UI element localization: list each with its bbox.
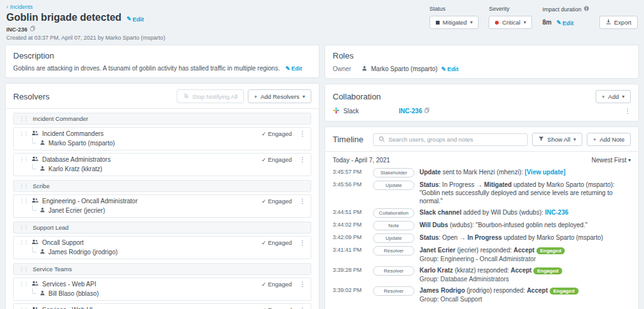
severity-dropdown[interactable]: Critical ▾ bbox=[489, 16, 532, 29]
engaged-label: Engaged bbox=[268, 198, 292, 205]
timeline-search-input[interactable] bbox=[389, 136, 523, 143]
export-button[interactable]: Export bbox=[599, 16, 638, 29]
resolver-kebab-menu[interactable]: ⋮ bbox=[299, 131, 306, 137]
resolver-team-card: ⋮⋮Engineering - Oncall Administrator✓ En… bbox=[13, 194, 311, 218]
description-body: Goblins are attacking in droves. A tsuna… bbox=[13, 65, 280, 72]
resolvers-title: Resolvers bbox=[13, 92, 50, 101]
timeline-text-segment: (jecrier) responded: bbox=[455, 247, 513, 254]
timeline-text-segment: Will Dubs bbox=[419, 222, 448, 228]
resolver-team-name: Database Administrators bbox=[42, 156, 111, 163]
engaged-label: Engaged bbox=[268, 156, 292, 163]
timeline-sort-control[interactable]: Newest First ▾ bbox=[591, 157, 631, 164]
copy-incident-id-icon[interactable] bbox=[30, 26, 35, 33]
pencil-icon: ✎ bbox=[557, 20, 562, 26]
engaged-label: Engaged bbox=[268, 239, 292, 246]
left-column: Description Goblins are attacking in dro… bbox=[5, 45, 319, 309]
collaboration-kebab-menu[interactable]: ⋮ bbox=[625, 108, 631, 115]
download-icon bbox=[606, 19, 611, 26]
resolver-member-row: Bill Blaso (bblaso) bbox=[32, 290, 306, 297]
timeline-type-badge: Resolver bbox=[373, 266, 414, 276]
resolver-kebab-menu[interactable]: ⋮ bbox=[299, 281, 306, 288]
edit-description-button[interactable]: ✎Edit bbox=[286, 65, 303, 72]
chevron-down-icon: ▾ bbox=[574, 137, 576, 142]
filter-funnel-icon bbox=[538, 136, 544, 143]
person-icon bbox=[40, 249, 45, 256]
drag-handle-icon[interactable]: ⋮⋮ bbox=[19, 183, 28, 189]
timeline-filter-label: Show All bbox=[547, 136, 570, 143]
slack-channel-link[interactable]: INC-236 bbox=[399, 108, 422, 115]
timeline-entry: 3:44:02 PMNoteWill Dubs (wdubs): "Bourbo… bbox=[333, 221, 631, 230]
resolver-member-row: Marko Sparto (msparto) bbox=[32, 140, 306, 147]
engaged-status: ✓ Engaged bbox=[262, 281, 292, 288]
timeline-text-segment: Janet Ecrier bbox=[419, 247, 455, 254]
engaged-label: Engaged bbox=[268, 281, 292, 288]
mitigated-status-icon bbox=[436, 21, 440, 25]
timeline-entry-text: Will Dubs (wdubs): "Bourbon-infused gobl… bbox=[419, 221, 631, 229]
team-icon bbox=[31, 156, 38, 163]
breadcrumb-label: Incidents bbox=[10, 4, 33, 10]
team-icon bbox=[31, 198, 38, 205]
resolver-team-card: ⋮⋮Oncall Support✓ Engaged⋮James Rodrigo … bbox=[13, 236, 311, 259]
timeline-filter-button[interactable]: Show All ▾ bbox=[532, 133, 582, 146]
status-dropdown[interactable]: Mitigated ▾ bbox=[430, 16, 479, 29]
roles-title: Roles bbox=[333, 51, 631, 60]
pencil-icon: ✎ bbox=[126, 16, 131, 22]
drag-handle-icon[interactable]: ⋮⋮ bbox=[19, 240, 28, 245]
timeline-entry: 3:42:09 PMUpdateStatus: Open → In Progre… bbox=[333, 233, 631, 243]
edit-owner-button[interactable]: ✎Edit bbox=[441, 65, 459, 72]
add-resolvers-button[interactable]: + Add Resolvers ▾ bbox=[248, 89, 311, 103]
timeline-link[interactable]: INC-236 bbox=[545, 209, 569, 216]
chevron-down-icon: ▾ bbox=[523, 20, 526, 25]
resolver-kebab-menu[interactable]: ⋮ bbox=[299, 198, 306, 205]
drag-handle-icon[interactable]: ⋮⋮ bbox=[19, 116, 28, 121]
edit-title-button[interactable]: ✎Edit bbox=[126, 16, 144, 23]
timeline-entry-text: Status: Open → In Progress updated by Ma… bbox=[419, 233, 631, 242]
resolver-member-name: Karlo Kratz (kkratz) bbox=[48, 166, 103, 172]
resolver-team-card: ⋮⋮Incident Commanders✓ Engaged⋮Marko Spa… bbox=[13, 127, 311, 150]
stop-notifying-all-button[interactable]: Stop Notifying All bbox=[177, 89, 244, 103]
edit-owner-label: Edit bbox=[447, 65, 458, 72]
resolver-kebab-menu[interactable]: ⋮ bbox=[299, 157, 306, 163]
timeline-link[interactable]: [View update] bbox=[525, 169, 565, 176]
tree-connector bbox=[32, 164, 36, 169]
timeline-text-segment: Mitigated bbox=[484, 181, 512, 188]
drag-handle-icon[interactable]: ⋮⋮ bbox=[19, 157, 28, 162]
edit-impact-button[interactable]: ✎Edit bbox=[557, 20, 574, 26]
timeline-entry-text: Update sent to Mark Henzi (mhenzi): [Vie… bbox=[419, 168, 631, 176]
timeline-type-badge: Note bbox=[373, 221, 414, 230]
resolver-kebab-menu[interactable]: ⋮ bbox=[299, 240, 306, 246]
collaboration-panel: Collaboration + Add ▾ Slack INC-236 ⋮ bbox=[325, 84, 639, 121]
incident-heading: ‹Incidents Goblin brigade detected ✎Edit… bbox=[6, 3, 165, 41]
timeline-text-segment: updated by Marko Sparto (msparto) bbox=[502, 234, 603, 241]
timeline-entry: 3:39:02 PMResolverJames Rodrigo (jrodrig… bbox=[333, 286, 631, 303]
tree-connector bbox=[32, 247, 36, 252]
resolver-group-name: Service Teams bbox=[33, 266, 72, 272]
add-collaboration-button[interactable]: + Add ▾ bbox=[596, 90, 631, 103]
drag-handle-icon[interactable]: ⋮⋮ bbox=[19, 281, 28, 287]
resolver-kebab-menu[interactable]: ⋮ bbox=[299, 307, 306, 309]
incident-id: INC-236 bbox=[6, 26, 28, 33]
edit-description-label: Edit bbox=[291, 65, 302, 72]
critical-severity-icon bbox=[495, 21, 499, 25]
drag-handle-icon[interactable]: ⋮⋮ bbox=[19, 131, 28, 137]
drag-handle-icon[interactable]: ⋮⋮ bbox=[19, 225, 28, 230]
check-icon: ✓ bbox=[262, 240, 267, 246]
drag-handle-icon[interactable]: ⋮⋮ bbox=[19, 198, 28, 204]
check-icon: ✓ bbox=[262, 157, 267, 163]
timeline-text-segment: Accept bbox=[511, 267, 531, 274]
timeline-text-segment: Accept bbox=[514, 247, 535, 254]
timeline-text-segment: Update bbox=[419, 169, 441, 176]
person-icon bbox=[40, 166, 45, 172]
timeline-type-badge: Update bbox=[373, 181, 414, 190]
add-note-button[interactable]: + Add Note bbox=[587, 133, 631, 146]
pencil-icon: ✎ bbox=[441, 66, 447, 72]
copy-channel-icon[interactable] bbox=[425, 108, 430, 115]
breadcrumb-incidents[interactable]: ‹Incidents bbox=[6, 4, 33, 10]
add-resolvers-label: Add Resolvers bbox=[260, 93, 299, 100]
timeline-text-segment: sent to Mark Henzi (mhenzi): bbox=[441, 169, 525, 176]
check-icon: ✓ bbox=[262, 281, 267, 288]
check-icon: ✓ bbox=[262, 198, 267, 205]
plus-icon: + bbox=[602, 93, 606, 100]
timeline-entries: 3:45:57 PMStakeholderUpdate sent to Mark… bbox=[333, 168, 631, 303]
drag-handle-icon[interactable]: ⋮⋮ bbox=[19, 266, 28, 272]
